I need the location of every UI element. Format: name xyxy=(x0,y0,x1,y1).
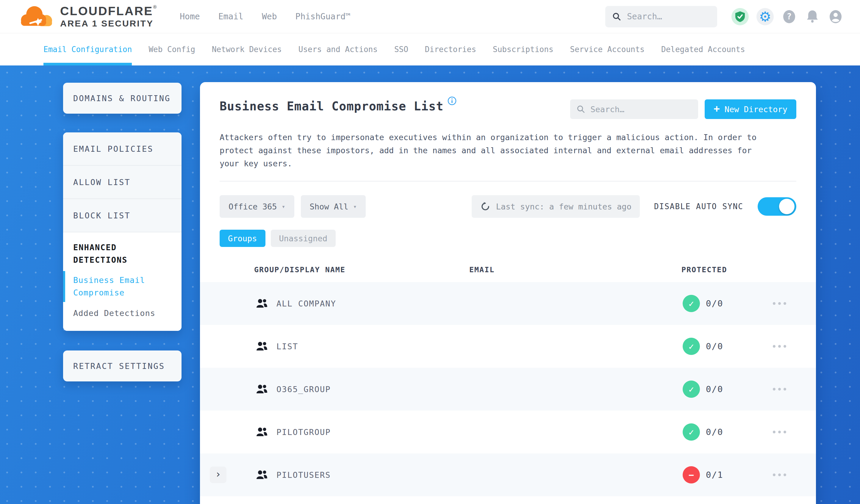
list-search-input[interactable] xyxy=(590,105,691,114)
info-icon[interactable] xyxy=(447,96,457,106)
table-row: O365_GROUP ✓ 0/0 xyxy=(200,368,816,411)
settings-gear-icon[interactable]: ⚙ xyxy=(757,8,774,25)
tab-users-and-actions[interactable]: Users and Actions xyxy=(299,33,378,66)
sidebar-item-domains-routing[interactable]: DOMAINS & ROUTING xyxy=(63,83,182,114)
protected-count: 0/0 xyxy=(706,341,723,351)
protected-badge: ✓ xyxy=(683,295,700,312)
tab-delegated-accounts[interactable]: Delegated Accounts xyxy=(661,33,745,66)
nav-home[interactable]: Home xyxy=(180,12,200,21)
show-filter-dropdown[interactable]: Show All ▾ xyxy=(301,195,366,218)
sidebar-item-business-email-compromise[interactable]: Business Email Compromise xyxy=(73,274,162,299)
sidebar-item-email-policies[interactable]: EMAIL POLICIES xyxy=(63,132,182,166)
sidebar-item-retract-settings[interactable]: RETRACT SETTINGS xyxy=(63,350,182,381)
topbar-right: ⚙ ? xyxy=(605,6,843,27)
chevron-down-icon: ▾ xyxy=(353,203,357,210)
refresh-icon xyxy=(480,201,491,212)
group-icon xyxy=(256,299,268,308)
unassigned-tab[interactable]: Unassigned xyxy=(271,230,336,247)
column-group-display-name: GROUP/DISPLAY NAME xyxy=(254,265,345,274)
group-icon xyxy=(256,384,268,394)
row-actions-button[interactable] xyxy=(770,299,789,308)
group-name: PILOTGROUP xyxy=(276,428,331,437)
search-icon xyxy=(577,104,585,114)
top-nav: Home Email Web PhishGuard™ xyxy=(180,12,350,21)
column-protected: PROTECTED xyxy=(682,265,727,274)
protected-count: 0/0 xyxy=(706,427,723,437)
view-tabs: Groups Unassigned xyxy=(220,230,796,247)
tab-directories[interactable]: Directories xyxy=(425,33,476,66)
tab-subscriptions[interactable]: Subscriptions xyxy=(493,33,554,66)
new-directory-button[interactable]: + New Directory xyxy=(705,99,796,119)
nav-web[interactable]: Web xyxy=(262,12,277,21)
protected-badge: ✓ xyxy=(683,338,700,355)
nav-phishguard[interactable]: PhishGuard™ xyxy=(296,12,350,21)
sidebar-section-enhanced-detections: ENHANCED DETECTIONS Business Email Compr… xyxy=(63,232,182,331)
notifications-bell-icon[interactable] xyxy=(805,9,820,24)
group-icon xyxy=(256,470,268,480)
group-icon xyxy=(256,342,268,351)
group-name: LIST xyxy=(276,342,298,351)
cloudflare-logo[interactable]: CLOUDFLARE® AREA 1 SECURITY xyxy=(17,3,157,30)
expand-button[interactable]: › xyxy=(210,466,227,483)
groups-table: GROUP/DISPLAY NAME EMAIL PROTECTED ALL C… xyxy=(200,265,816,496)
group-name: PILOTUSERS xyxy=(276,470,331,480)
page-title: Business Email Compromise List xyxy=(220,99,443,113)
row-actions-button[interactable] xyxy=(770,342,789,351)
auto-sync-label: DISABLE AUTO SYNC xyxy=(654,202,743,211)
protected-badge: ✓ xyxy=(683,423,700,441)
sidebar-item-allow-list[interactable]: ALLOW LIST xyxy=(63,166,182,199)
top-bar: CLOUDFLARE® AREA 1 SECURITY Home Email W… xyxy=(0,0,860,33)
account-avatar-icon[interactable] xyxy=(828,9,843,24)
row-actions-button[interactable] xyxy=(770,471,789,479)
content-card: Business Email Compromise List + xyxy=(200,82,816,504)
svg-text:?: ? xyxy=(787,12,792,21)
section-nav: Email Configuration Web Config Network D… xyxy=(0,33,860,66)
card-header: Business Email Compromise List + xyxy=(200,82,816,119)
cloudflare-cloud-icon xyxy=(17,3,55,30)
tab-service-accounts[interactable]: Service Accounts xyxy=(570,33,645,66)
row-actions-button[interactable] xyxy=(770,385,789,394)
group-name: O365_GROUP xyxy=(276,385,331,394)
divider xyxy=(220,181,796,182)
plus-icon: + xyxy=(714,103,719,114)
search-icon xyxy=(613,12,621,22)
global-search[interactable] xyxy=(605,6,717,27)
groups-tab[interactable]: Groups xyxy=(220,230,266,247)
sidebar-menu-card: EMAIL POLICIES ALLOW LIST BLOCK LIST ENH… xyxy=(63,132,182,331)
tab-sso[interactable]: SSO xyxy=(394,33,408,66)
toggle-knob xyxy=(779,199,794,214)
global-search-input[interactable] xyxy=(627,12,710,21)
brand-subtitle: AREA 1 SECURITY xyxy=(60,19,157,28)
protected-count: 0/0 xyxy=(706,384,723,394)
nav-email[interactable]: Email xyxy=(218,12,243,21)
tab-network-devices[interactable]: Network Devices xyxy=(212,33,282,66)
registered-mark: ® xyxy=(153,4,157,10)
table-row: ALL COMPANY ✓ 0/0 xyxy=(200,282,816,325)
brand-text: CLOUDFLARE® AREA 1 SECURITY xyxy=(60,5,157,28)
page-description: Attackers often try to impersonate execu… xyxy=(220,131,764,170)
directory-source-dropdown[interactable]: Office 365 ▾ xyxy=(220,195,294,218)
list-search[interactable] xyxy=(570,99,698,119)
chevron-down-icon: ▾ xyxy=(282,203,285,210)
last-sync-button[interactable]: Last sync: a few minutes ago xyxy=(472,195,640,218)
header-actions: + New Directory xyxy=(570,99,796,119)
brand-name: CLOUDFLARE xyxy=(60,4,153,18)
tab-web-config[interactable]: Web Config xyxy=(148,33,195,66)
group-icon xyxy=(256,427,268,437)
tab-email-configuration[interactable]: Email Configuration xyxy=(43,33,132,66)
security-shield-icon[interactable] xyxy=(731,8,749,25)
auto-sync-toggle[interactable] xyxy=(758,197,796,216)
table-row: LIST ✓ 0/0 xyxy=(200,325,816,368)
page-background: DOMAINS & ROUTING EMAIL POLICIES ALLOW L… xyxy=(0,66,860,504)
help-icon[interactable]: ? xyxy=(782,9,797,24)
table-row: PILOTGROUP ✓ 0/0 xyxy=(200,411,816,453)
sidebar: DOMAINS & ROUTING EMAIL POLICIES ALLOW L… xyxy=(63,66,182,381)
column-email: EMAIL xyxy=(469,265,494,274)
group-name: ALL COMPANY xyxy=(276,299,336,308)
protected-badge: ✓ xyxy=(683,380,700,398)
protected-count: 0/1 xyxy=(706,470,723,480)
sidebar-item-block-list[interactable]: BLOCK LIST xyxy=(63,199,182,232)
sidebar-item-added-detections[interactable]: Added Detections xyxy=(73,308,171,318)
sidebar-item-enhanced-detections[interactable]: ENHANCED DETECTIONS xyxy=(73,241,159,266)
row-actions-button[interactable] xyxy=(770,428,789,436)
